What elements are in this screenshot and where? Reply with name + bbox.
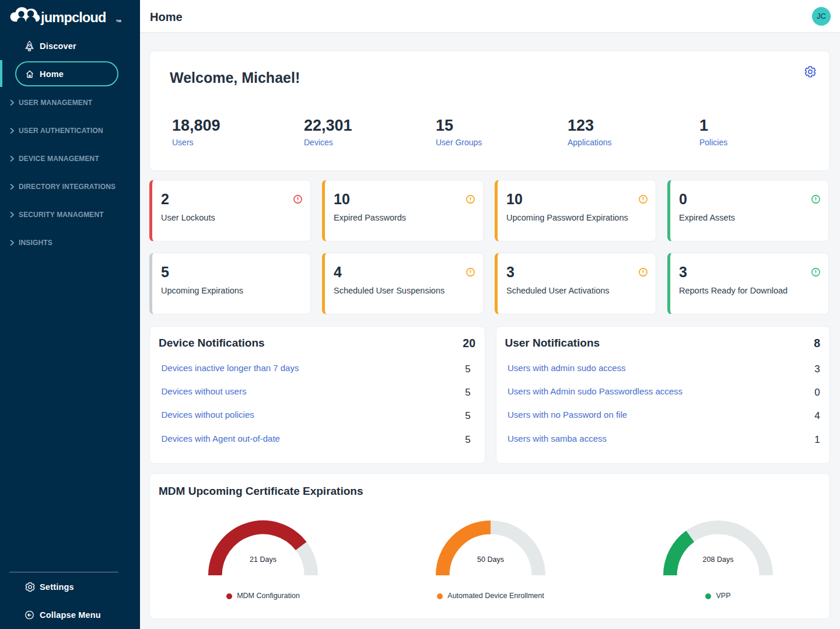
svg-text:TM: TM [116, 19, 121, 23]
svg-text:jumpcloud: jumpcloud [40, 10, 106, 25]
